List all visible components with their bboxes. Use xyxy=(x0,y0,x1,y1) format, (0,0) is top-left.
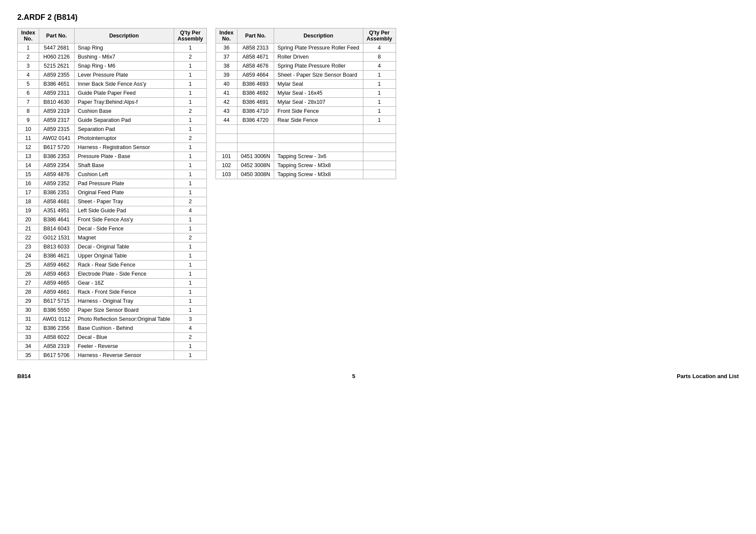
table-row: 27A859 4665Gear - 16Z1 xyxy=(18,279,207,288)
table-row: 30B386 5550Paper Size Sensor Board1 xyxy=(18,306,207,315)
col-qty-2: Q'ty PerAssembly xyxy=(363,28,396,43)
table-row: 37A858 4671Roller Driven8 xyxy=(216,53,396,62)
col-partno-1: Part No. xyxy=(39,28,74,43)
table-row: 33A858 6022Decal - Blue2 xyxy=(18,333,207,342)
table-row: 23B813 6033Decal - Original Table1 xyxy=(18,242,207,251)
table-row: 31AW01 0112Photo Refiection Sensor:Origi… xyxy=(18,315,207,324)
table-row: 12B617 5720Harness - Registration Sensor… xyxy=(18,143,207,152)
table-row: 21B814 6043Decal - Side Fence1 xyxy=(18,224,207,233)
table-row: 20B386 4641Front Side Fence Ass'y1 xyxy=(18,215,207,224)
table-row: 32B386 2356Base Cushion - Behind4 xyxy=(18,324,207,333)
table-row: 1030450 3008NTapping Screw - M3x8 xyxy=(216,170,396,179)
col-desc-2: Description xyxy=(274,28,363,43)
table-row: 15A859 4876Cushion Left1 xyxy=(18,170,207,179)
table-row: 6A859 2311Guide Plate Paper Feed1 xyxy=(18,89,207,98)
parts-table-1: IndexNo. Part No. Description Q'ty PerAs… xyxy=(17,28,207,360)
table-row: 22G012 1531Magnet2 xyxy=(18,233,207,242)
table-row: 10A859 2315Separation Pad1 xyxy=(18,125,207,134)
table-row: 1010451 3006NTapping Screw - 3x6 xyxy=(216,152,396,161)
table-row: 14A859 2354Shaft Base1 xyxy=(18,161,207,170)
table-row: 15447 2681Snap Ring1 xyxy=(18,43,207,53)
table-row: 35B617 5706Harness - Reverse Sensor1 xyxy=(18,351,207,360)
table-row: 26A859 4663Electrode Plate - Side Fence1 xyxy=(18,270,207,279)
empty-row xyxy=(216,143,396,152)
table-row: 24B386 4621Upper Original Table1 xyxy=(18,251,207,261)
table-row: 28A859 4661Rack - Front Side Fence1 xyxy=(18,288,207,297)
table-row: 25A859 4662Rack - Rear Side Fence1 xyxy=(18,261,207,270)
table-row: 34A858 2319Feeler - Reverse1 xyxy=(18,342,207,351)
table-row: 2H060 2126Bushing - M6x72 xyxy=(18,53,207,62)
table-row: 11AW02 0141Photointerruptor2 xyxy=(18,134,207,143)
table-row: 4A859 2355Lever Pressure Plate1 xyxy=(18,71,207,80)
table-row: 18A858 4681Sheet - Paper Tray2 xyxy=(18,197,207,206)
table-row: 5B386 4651Inner Back Side Fence Ass'y1 xyxy=(18,80,207,89)
table-row: 36A858 2313Spring Plate Pressure Roller … xyxy=(216,43,396,53)
tables-wrapper: IndexNo. Part No. Description Q'ty PerAs… xyxy=(17,28,739,360)
footer-left: B814 xyxy=(17,373,31,379)
footer-center: 5 xyxy=(31,373,677,379)
col-qty-1: Q'ty PerAssembly xyxy=(174,28,207,43)
col-partno-2: Part No. xyxy=(237,28,274,43)
table-row: 16A859 2352Pad Pressure Plate1 xyxy=(18,179,207,188)
table-row: 40B386 4693Mylar Seal1 xyxy=(216,80,396,89)
table-row: 41B386 4692Mylar Seal - 16x451 xyxy=(216,89,396,98)
table-row: 17B386 2351Original Feed Plate1 xyxy=(18,188,207,197)
table-row: 9A859 2317Guide Separation Pad1 xyxy=(18,116,207,125)
col-index-1: IndexNo. xyxy=(18,28,39,43)
table-row: 1020452 3008NTapping Screw - M3x8 xyxy=(216,161,396,170)
table-row: 19A351 4951Left Side Guide Pad4 xyxy=(18,206,207,215)
table-row: 29B617 5715Harness - Original Tray1 xyxy=(18,297,207,306)
table-row: 13B386 2353Pressure Plate - Base1 xyxy=(18,152,207,161)
page-title: 2.ARDF 2 (B814) xyxy=(17,13,739,22)
table-row: 35215 2621Snap Ring - M61 xyxy=(18,62,207,71)
empty-row xyxy=(216,134,396,143)
table-row: 8A859 2319Cushion Base2 xyxy=(18,107,207,116)
table-row: 42B386 4691Mylar Seal - 28x1071 xyxy=(216,98,396,107)
empty-row xyxy=(216,125,396,134)
parts-table-2: IndexNo. Part No. Description Q'ty PerAs… xyxy=(216,28,396,179)
table-row: 38A858 4676Spring Plate Pressure Roller4 xyxy=(216,62,396,71)
table-row: 44B386 4720Rear Side Fence1 xyxy=(216,116,396,125)
table-row: 7B810 4630Paper Tray:Behind:Alps-f1 xyxy=(18,98,207,107)
col-index-2: IndexNo. xyxy=(216,28,237,43)
footer: B814 5 Parts Location and List xyxy=(17,373,739,379)
footer-right: Parts Location and List xyxy=(677,373,739,379)
table-row: 39A859 4664Sheet - Paper Size Sensor Boa… xyxy=(216,71,396,80)
table-row: 43B386 4710Front Side Fence1 xyxy=(216,107,396,116)
col-desc-1: Description xyxy=(74,28,174,43)
